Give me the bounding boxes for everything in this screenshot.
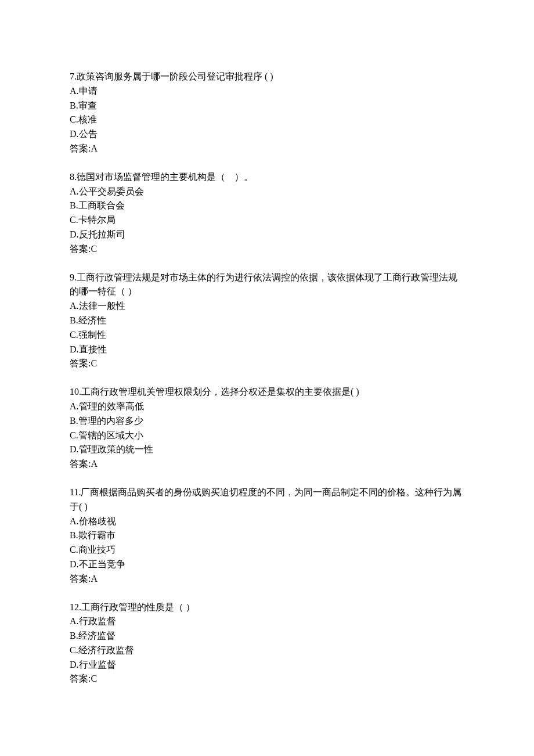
- option-a: A.公平交易委员会: [70, 185, 464, 199]
- option-c: C.卡特尔局: [70, 213, 464, 228]
- question-9: 9.工商行政管理法规是对市场主体的行为进行依法调控的依据，该依据体现了工商行政管…: [70, 271, 464, 372]
- option-b: B.经济监督: [70, 629, 464, 643]
- document-content: 7.政策咨询服务属于哪一阶段公司登记审批程序 ( ) A.申请 B.审查 C.核…: [70, 70, 464, 686]
- option-c: C.经济行政监督: [70, 643, 464, 658]
- option-c: C.强制性: [70, 328, 464, 343]
- option-b: B.审查: [70, 99, 464, 113]
- option-b: B.管理的内容多少: [70, 414, 464, 429]
- question-7: 7.政策咨询服务属于哪一阶段公司登记审批程序 ( ) A.申请 B.审查 C.核…: [70, 70, 464, 156]
- question-11: 11.厂商根据商品购买者的身份或购买迫切程度的不同，为同一商品制定不同的价格。这…: [70, 485, 464, 586]
- answer-text: 答案:A: [70, 142, 464, 156]
- option-a: A.法律一般性: [70, 299, 464, 314]
- question-text: 10.工商行政管理机关管理权限划分，选择分权还是集权的主要依据是( ): [70, 385, 464, 399]
- option-d: D.不正当竞争: [70, 557, 464, 572]
- option-a: A.管理的效率高低: [70, 399, 464, 414]
- answer-text: 答案:C: [70, 242, 464, 257]
- answer-text: 答案:A: [70, 457, 464, 471]
- question-8: 8.德国对市场监督管理的主要机构是（ ）。 A.公平交易委员会 B.工商联合会 …: [70, 170, 464, 257]
- option-b: B.欺行霸市: [70, 528, 464, 543]
- question-text: 8.德国对市场监督管理的主要机构是（ ）。: [70, 170, 464, 185]
- option-b: B.工商联合会: [70, 199, 464, 213]
- option-a: A.行政监督: [70, 614, 464, 629]
- option-c: C.核准: [70, 113, 464, 127]
- option-a: A.申请: [70, 84, 464, 99]
- question-text: 7.政策咨询服务属于哪一阶段公司登记审批程序 ( ): [70, 70, 464, 84]
- option-d: D.直接性: [70, 343, 464, 357]
- question-text: 12.工商行政管理的性质是（ ）: [70, 600, 464, 615]
- option-d: D.公告: [70, 127, 464, 142]
- question-text: 9.工商行政管理法规是对市场主体的行为进行依法调控的依据，该依据体现了工商行政管…: [70, 271, 464, 300]
- option-b: B.经济性: [70, 314, 464, 328]
- option-d: D.管理政策的统一性: [70, 442, 464, 457]
- question-text: 11.厂商根据商品购买者的身份或购买迫切程度的不同，为同一商品制定不同的价格。这…: [70, 485, 464, 514]
- answer-text: 答案:C: [70, 357, 464, 371]
- question-12: 12.工商行政管理的性质是（ ） A.行政监督 B.经济监督 C.经济行政监督 …: [70, 600, 464, 687]
- option-d: D.反托拉斯司: [70, 228, 464, 242]
- option-c: C.商业技巧: [70, 543, 464, 557]
- answer-text: 答案:A: [70, 572, 464, 586]
- option-c: C.管辖的区域大小: [70, 429, 464, 443]
- option-d: D.行业监督: [70, 658, 464, 672]
- answer-text: 答案:C: [70, 672, 464, 686]
- option-a: A.价格歧视: [70, 514, 464, 529]
- question-10: 10.工商行政管理机关管理权限划分，选择分权还是集权的主要依据是( ) A.管理…: [70, 385, 464, 471]
